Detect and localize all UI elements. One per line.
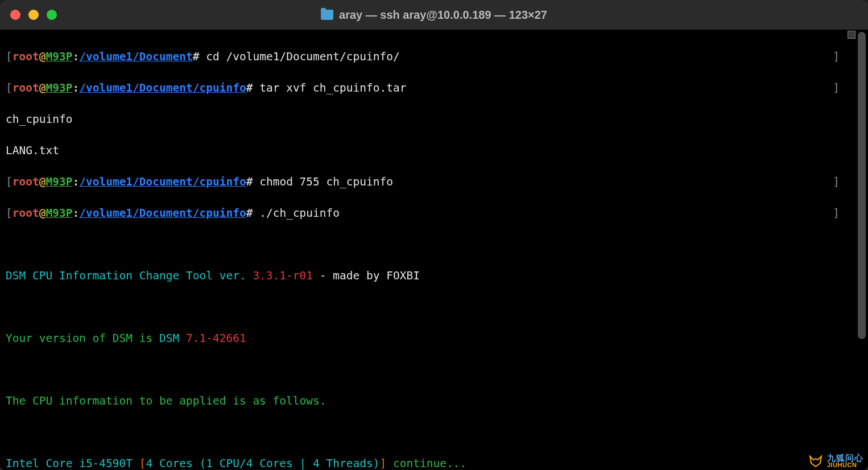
close-button[interactable] — [10, 10, 20, 20]
command-text: tar xvf ch_cpuinfo.tar — [253, 81, 406, 94]
watermark-text: 九狐问心 JIUHUCN — [827, 453, 863, 468]
terminal-content[interactable]: [root@M93P:/volume1/Document# cd /volume… — [0, 30, 868, 470]
titlebar[interactable]: aray — ssh aray@10.0.0.189 — 123×27 — [0, 0, 868, 30]
window-title-text: aray — ssh aray@10.0.0.189 — 123×27 — [339, 9, 547, 22]
terminal-window: aray — ssh aray@10.0.0.189 — 123×27 [roo… — [0, 0, 868, 470]
terminal-line: [root@M93P:/volume1/Document/cpuinfo# ta… — [6, 80, 862, 96]
blank-line — [6, 237, 862, 253]
fox-icon — [808, 453, 824, 469]
minimize-button[interactable] — [28, 10, 39, 20]
command-text: chmod 755 ch_cpuinfo — [253, 175, 393, 188]
terminal-line: [root@M93P:/volume1/Document# cd /volume… — [6, 49, 862, 65]
blank-line — [6, 299, 862, 315]
terminal-output: ch_cpuinfo — [6, 112, 862, 127]
dsm-version-line: Your version of DSM is DSM 7.1-42661 — [6, 331, 862, 347]
terminal-line: [root@M93P:/volume1/Document/cpuinfo# ./… — [6, 205, 862, 221]
command-text: cd /volume1/Document/cpuinfo/ — [200, 50, 400, 63]
traffic-lights — [10, 10, 57, 20]
blank-line — [6, 424, 862, 440]
command-text: ./ch_cpuinfo — [253, 207, 340, 220]
folder-icon — [321, 10, 333, 20]
cpu-info-line: Intel Core i5-4590T [4 Cores (1 CPU/4 Co… — [6, 456, 862, 471]
maximize-button[interactable] — [47, 10, 57, 20]
watermark: 九狐问心 JIUHUCN — [808, 453, 863, 469]
side-widget-icon[interactable] — [848, 31, 855, 39]
terminal-output: LANG.txt — [6, 143, 862, 159]
cpu-apply-line: The CPU information to be applied is as … — [6, 393, 862, 409]
terminal-line: [root@M93P:/volume1/Document/cpuinfo# ch… — [6, 174, 862, 190]
tool-header: DSM CPU Information Change Tool ver. 3.3… — [6, 268, 862, 284]
scrollbar[interactable] — [858, 32, 866, 339]
window-title: aray — ssh aray@10.0.0.189 — 123×27 — [321, 9, 547, 22]
blank-line — [6, 362, 862, 378]
